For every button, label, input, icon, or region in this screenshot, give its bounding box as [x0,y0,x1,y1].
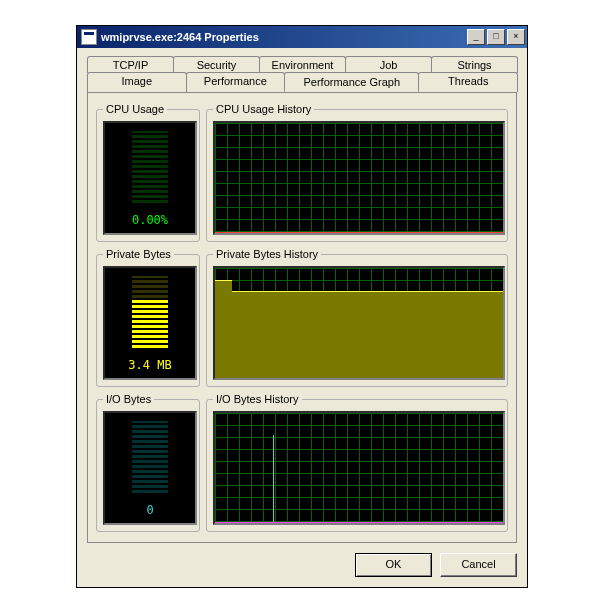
io-bytes-row: I/O Bytes 0 I/O Bytes History [96,393,508,532]
private-bytes-group: Private Bytes 3.4 MB [96,248,200,387]
io-bytes-value: 0 [105,503,195,517]
pbytes-area-main [232,291,503,378]
io-bytes-label: I/O Bytes [103,393,154,405]
grid-icon [215,123,503,233]
grid-icon [215,413,503,523]
private-bytes-label: Private Bytes [103,248,174,260]
io-spike [273,435,274,523]
tab-row-1: TCP/IP Security Environment Job Strings [87,56,517,73]
window-title: wmiprvse.exe:2464 Properties [101,31,467,43]
tab-performance-graph[interactable]: Performance Graph [284,72,419,92]
private-bytes-history-group: Private Bytes History [206,248,508,387]
pbytes-area-left [215,280,232,378]
tab-tcpip[interactable]: TCP/IP [87,56,174,73]
cpu-gauge-bars [132,131,168,203]
cpu-history-group: CPU Usage History [206,103,508,242]
cpu-row: CPU Usage 0.00% CPU Usage History [96,103,508,242]
app-icon [81,29,97,45]
cpu-gauge: 0.00% [103,121,197,235]
dialog-buttons: OK Cancel [87,553,517,577]
window-controls: _ □ × [467,29,525,45]
cpu-history-label: CPU Usage History [213,103,314,115]
cpu-value: 0.00% [105,213,195,227]
io-bytes-group: I/O Bytes 0 [96,393,200,532]
tab-security[interactable]: Security [173,56,260,73]
private-bytes-row: Private Bytes 3.4 MB Private Bytes Histo… [96,248,508,387]
cpu-usage-group: CPU Usage 0.00% [96,103,200,242]
io-bytes-gauge-bars [132,421,168,493]
tab-page: CPU Usage 0.00% CPU Usage History [87,92,517,543]
private-bytes-value: 3.4 MB [105,358,195,372]
private-bytes-gauge-bars [132,276,168,348]
properties-window: wmiprvse.exe:2464 Properties _ □ × TCP/I… [76,25,528,588]
tab-performance[interactable]: Performance [186,72,286,92]
ok-button[interactable]: OK [355,553,432,577]
cpu-usage-label: CPU Usage [103,103,167,115]
tab-threads[interactable]: Threads [418,72,518,92]
io-bytes-history-chart [213,411,505,525]
client-area: TCP/IP Security Environment Job Strings … [77,48,527,587]
titlebar[interactable]: wmiprvse.exe:2464 Properties _ □ × [77,26,527,48]
cpu-history-chart [213,121,505,235]
tab-environment[interactable]: Environment [259,56,346,73]
private-bytes-history-label: Private Bytes History [213,248,321,260]
io-bytes-history-group: I/O Bytes History [206,393,508,532]
io-baseline [215,522,503,523]
tab-row-2: Image Performance Performance Graph Thre… [87,72,517,92]
maximize-button[interactable]: □ [487,29,505,45]
cpu-baseline [215,232,503,233]
tab-image[interactable]: Image [87,72,187,92]
private-bytes-history-chart [213,266,505,380]
cancel-button[interactable]: Cancel [440,553,517,577]
minimize-button[interactable]: _ [467,29,485,45]
private-bytes-gauge: 3.4 MB [103,266,197,380]
io-bytes-gauge: 0 [103,411,197,525]
close-button[interactable]: × [507,29,525,45]
io-bytes-history-label: I/O Bytes History [213,393,302,405]
tab-job[interactable]: Job [345,56,432,73]
tab-strings[interactable]: Strings [431,56,518,73]
